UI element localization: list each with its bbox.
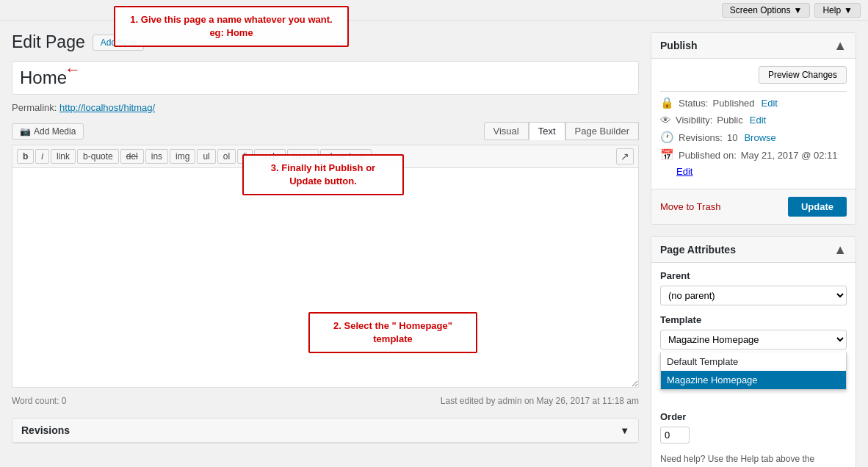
parent-select[interactable]: (no parent) <box>660 286 847 305</box>
revisions-label: Revisions: <box>679 132 723 143</box>
format-ins-button[interactable]: ins <box>145 149 168 164</box>
visibility-value: Public <box>717 115 742 126</box>
template-select[interactable]: Magazine Homepage Default Template <box>660 330 847 350</box>
order-label: Order <box>660 411 847 422</box>
template-options-dropdown: Default Template Magazine Homepage <box>660 352 847 390</box>
status-edit-link[interactable]: Edit <box>762 98 778 109</box>
revisions-title: Revisions <box>21 424 70 436</box>
chevron-down-icon: ▼ <box>794 5 803 15</box>
format-del-button[interactable]: del <box>120 149 144 164</box>
revisions-count: 10 <box>727 132 737 143</box>
format-ul-button[interactable]: ul <box>197 149 215 164</box>
visibility-edit-link[interactable]: Edit <box>750 115 766 126</box>
page-title-row: Edit Page Add New <box>12 32 639 52</box>
publish-visibility-row: 👁 Visibility: Public Edit <box>660 114 847 126</box>
revisions-section: Revisions ▼ <box>12 418 639 444</box>
publish-header-title: Publish <box>660 40 698 51</box>
editor-toolbar: 📷 Add Media Visual Text Page Builder <box>12 122 639 140</box>
visibility-label: Visibility: <box>676 115 712 126</box>
content-area: Edit Page Add New Permalink: http://loca… <box>12 32 639 467</box>
expand-editor-button[interactable]: ↗ <box>616 148 634 164</box>
template-label: Template <box>660 314 847 325</box>
editor-tabs: Visual Text Page Builder <box>484 122 639 140</box>
publish-box: Publish ▲ Preview Changes 🔒 Status: Publ… <box>651 32 856 225</box>
published-on-value: May 21, 2017 @ 02:11 <box>741 150 838 161</box>
visibility-icon: 👁 <box>660 114 671 126</box>
status-label: Status: <box>679 98 708 109</box>
parent-label: Parent <box>660 270 847 281</box>
format-ol-button[interactable]: ol <box>217 149 236 164</box>
publish-revisions-row: 🕐 Revisions: 10 Browse <box>660 131 847 144</box>
preview-changes-button[interactable]: Preview Changes <box>759 66 847 84</box>
format-bar: b i link b-quote del ins img ul ol li co… <box>12 145 639 167</box>
screen-options-button[interactable]: Screen Options ▼ <box>722 3 811 18</box>
calendar-icon: 📅 <box>660 148 674 162</box>
permalink-link[interactable]: http://localhost/hitmag/ <box>59 102 155 113</box>
add-new-button[interactable]: Add New <box>93 35 145 51</box>
order-input[interactable] <box>660 427 690 444</box>
publish-box-header: Publish ▲ <box>651 33 856 59</box>
permalink-label: Permalink: <box>12 102 57 113</box>
page-attributes-collapse-button[interactable]: ▲ <box>833 243 847 256</box>
main-wrap: Edit Page Add New Permalink: http://loca… <box>0 21 868 467</box>
move-to-trash-link[interactable]: Move to Trash <box>660 201 720 212</box>
screen-options-label: Screen Options <box>730 5 791 15</box>
add-media-icon: 📷 <box>20 126 31 137</box>
format-bold-button[interactable]: b <box>17 149 34 164</box>
format-bquote-button[interactable]: b-quote <box>77 149 119 164</box>
format-img-button[interactable]: img <box>170 149 195 164</box>
help-label: Help <box>822 5 841 15</box>
published-on-edit-link[interactable]: Edit <box>676 166 692 177</box>
format-li-button[interactable]: li <box>237 149 253 164</box>
help-button[interactable]: Help ▼ <box>814 3 861 18</box>
format-italic-button[interactable]: i <box>35 149 49 164</box>
status-icon: 🔒 <box>660 96 674 109</box>
publish-collapse-button[interactable]: ▲ <box>833 39 847 52</box>
permalink-row: Permalink: http://localhost/hitmag/ <box>12 102 639 113</box>
chevron-down-icon: ▼ <box>844 5 853 15</box>
publish-status-row: 🔒 Status: Published Edit <box>660 96 847 109</box>
status-value: Published <box>712 98 754 109</box>
tab-visual[interactable]: Visual <box>484 122 529 140</box>
published-on-label: Published on: <box>679 150 737 161</box>
last-edited: Last edited by admin on May 26, 2017 at … <box>441 396 639 406</box>
page-name-input[interactable] <box>12 61 639 95</box>
add-media-label: Add Media <box>34 126 76 137</box>
top-bar: Screen Options ▼ Help ▼ <box>0 0 868 21</box>
format-code-button[interactable]: code <box>254 149 285 164</box>
page-title: Edit Page <box>12 32 85 52</box>
word-count: Word count: 0 <box>12 396 67 406</box>
publish-box-body: Preview Changes 🔒 Status: Published Edit… <box>651 59 856 189</box>
add-media-button[interactable]: 📷 Add Media <box>12 123 84 140</box>
revisions-icon: 🕐 <box>660 131 674 144</box>
divider <box>660 91 847 92</box>
editor-footer: Word count: 0 Last edited by admin on Ma… <box>12 393 639 409</box>
publish-footer: Move to Trash Update <box>651 189 856 224</box>
publish-date-row: 📅 Published on: May 21, 2017 @ 02:11 <box>660 148 847 162</box>
editor-textarea[interactable] <box>12 167 639 388</box>
page-attributes-header: Page Attributes ▲ <box>651 237 856 263</box>
need-help-text: Need help? Use the Help tab above the <box>660 449 847 464</box>
revisions-browse-link[interactable]: Browse <box>744 132 775 143</box>
chevron-down-icon: ▼ <box>620 425 629 436</box>
format-close-tags-button[interactable]: close tags <box>320 149 372 164</box>
template-dropdown-container: Magazine Homepage Default Template Defau… <box>660 330 847 352</box>
format-more-button[interactable]: more <box>287 149 319 164</box>
sidebar: Publish ▲ Preview Changes 🔒 Status: Publ… <box>651 32 856 467</box>
format-link-button[interactable]: link <box>51 149 76 164</box>
page-attributes-body: Parent (no parent) Template Magazine Hom… <box>651 263 856 467</box>
tab-text[interactable]: Text <box>529 122 565 140</box>
page-attributes-title: Page Attributes <box>660 244 736 256</box>
update-button[interactable]: Update <box>788 197 847 217</box>
template-option-default-visible[interactable]: Default Template <box>661 352 846 371</box>
tab-page-builder[interactable]: Page Builder <box>565 122 639 140</box>
template-option-magazine-visible[interactable]: Magazine Homepage <box>661 371 846 389</box>
revisions-header[interactable]: Revisions ▼ <box>12 419 638 443</box>
page-attributes-box: Page Attributes ▲ Parent (no parent) Tem… <box>651 236 856 467</box>
